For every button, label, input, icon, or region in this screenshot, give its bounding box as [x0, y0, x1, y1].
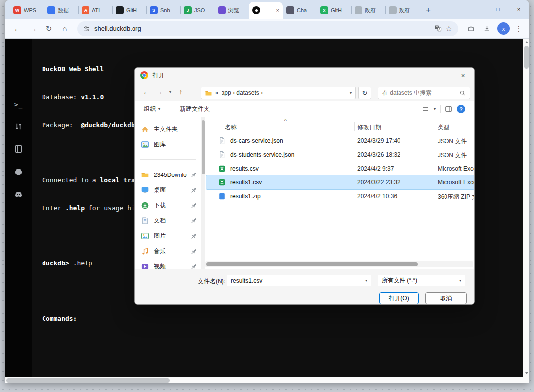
browser-tab[interactable]: × — [249, 2, 283, 19]
view-mode-icon[interactable] — [422, 105, 429, 113]
filename-input[interactable]: results1.csv ▾ — [227, 275, 371, 286]
sidebar-folder-item[interactable]: 桌面 — [135, 182, 201, 198]
dialog-titlebar[interactable]: 打开 — [135, 68, 474, 83]
browser-tab[interactable]: 数据 × — [44, 2, 78, 19]
column-divider[interactable] — [354, 122, 355, 131]
sidebar-folder-item[interactable]: 音乐 — [135, 244, 201, 259]
help-button[interactable]: ? — [457, 105, 465, 113]
new-folder-button[interactable]: 新建文件夹 — [180, 105, 210, 113]
sidebar-folder-item[interactable]: 下载 — [135, 198, 201, 213]
breadcrumb-chevron-icon[interactable]: ▾ — [350, 91, 352, 95]
sidebar-folder-item[interactable]: 图库 — [135, 137, 201, 152]
sidebar-folder-item[interactable]: 主文件夹 — [135, 122, 201, 137]
filetype-select[interactable]: 所有文件 (*.*) ▾ — [378, 275, 465, 286]
sort-ascending-icon[interactable]: ^ — [284, 118, 287, 124]
dialog-back-button[interactable]: ← — [140, 86, 153, 98]
open-button[interactable]: 打开(O) — [379, 292, 419, 304]
sidebar-scroll-thumb[interactable] — [202, 120, 205, 174]
dialog-up-button[interactable]: ↑ — [175, 86, 187, 98]
preview-pane-icon[interactable] — [445, 105, 452, 113]
file-row[interactable]: ds-cars-service.json 2024/3/29 17:40 JSO… — [206, 134, 474, 148]
column-divider[interactable] — [431, 122, 431, 131]
browser-tab[interactable]: GitH × — [112, 2, 146, 19]
dialog-close-button[interactable]: × — [452, 68, 474, 83]
extensions-icon[interactable] — [463, 21, 478, 36]
terminal-icon[interactable]: >_ — [14, 101, 23, 108]
browser-tab[interactable]: Cha × — [283, 2, 317, 19]
tab-favicon-icon: x — [320, 6, 328, 14]
file-row[interactable]: results1.zip 2024/4/2 10:36 360压缩 ZIP 文 — [206, 189, 474, 203]
reload-button[interactable]: ↻ — [42, 21, 56, 36]
file-row[interactable]: results.csv 2024/4/2 9:37 Microsoft Exce — [206, 162, 474, 175]
dialog-history-dropdown[interactable]: ▾ — [166, 86, 175, 98]
view-mode-caret-icon[interactable]: ▾ — [434, 107, 436, 111]
window-close-button[interactable]: × — [508, 0, 529, 19]
browser-tab[interactable]: 政府 × — [351, 2, 385, 19]
page-vertical-scrollbar[interactable] — [523, 39, 529, 377]
filename-value[interactable]: results1.csv — [231, 277, 365, 284]
translate-icon[interactable] — [434, 25, 442, 32]
cancel-button[interactable]: 取消 — [425, 292, 467, 304]
browser-tab[interactable]: 浏览 × — [215, 2, 249, 19]
page-horizontal-scrollbar[interactable] — [5, 377, 523, 383]
breadcrumb[interactable]: « app › datasets › ▾ — [201, 87, 356, 99]
docs-book-icon[interactable] — [14, 144, 23, 154]
address-bar[interactable]: shell.duckdb.org ☆ — [77, 21, 458, 36]
file-name[interactable]: results.csv — [230, 165, 259, 172]
discord-icon[interactable] — [14, 190, 23, 199]
file-name[interactable]: ds-students-service.json — [230, 151, 294, 158]
sidebar-folder-label: 文档 — [154, 217, 166, 225]
vertical-scroll-thumb[interactable] — [524, 46, 529, 69]
filetype-dropdown-icon[interactable]: ▾ — [459, 278, 461, 283]
browser-menu-icon[interactable]: ⋮ — [513, 24, 524, 33]
dialog-forward-button[interactable]: → — [153, 86, 166, 98]
file-name[interactable]: results1.zip — [230, 193, 261, 200]
sidebar-folder-item[interactable]: 视频 — [135, 259, 201, 269]
tab-favicon-icon — [286, 6, 294, 14]
browser-tab[interactable]: J JSO × — [180, 2, 215, 19]
bookmark-star-icon[interactable]: ☆ — [446, 24, 452, 33]
maximize-button[interactable]: □ — [488, 0, 508, 19]
back-button[interactable]: ← — [10, 21, 25, 36]
scroll-up-arrow-icon[interactable] — [525, 41, 528, 43]
scroll-down-arrow-icon[interactable] — [525, 372, 528, 374]
github-icon[interactable] — [14, 167, 23, 176]
file-row[interactable]: results1.csv 2024/3/22 23:32 Microsoft E… — [206, 175, 474, 189]
column-header-name[interactable]: 名称 — [225, 123, 237, 131]
dialog-search-box[interactable]: 在 datasets 中搜索 — [378, 87, 470, 99]
minimize-button[interactable]: — — [467, 0, 488, 19]
file-name[interactable]: results1.csv — [230, 179, 262, 186]
browser-tab[interactable]: 政府 × — [385, 2, 419, 19]
home-button[interactable]: ⌂ — [57, 21, 72, 36]
forward-button[interactable]: → — [26, 21, 41, 36]
profile-avatar[interactable]: x — [497, 22, 510, 35]
column-header-date[interactable]: 修改日期 — [357, 123, 381, 131]
horizontal-scroll-thumb[interactable] — [6, 378, 170, 383]
organize-menu[interactable]: 组织 ▾ — [144, 105, 160, 113]
browser-tab[interactable]: x GitH × — [317, 2, 351, 19]
sidebar-folder-item[interactable]: 文档 — [135, 213, 201, 228]
breadcrumb-collapsed[interactable]: « — [215, 89, 219, 96]
file-name[interactable]: ds-cars-service.json — [230, 137, 283, 144]
file-row[interactable]: ds-students-service.json 2024/3/26 18:32… — [206, 148, 474, 162]
pin-icon — [189, 171, 198, 179]
tab-close-icon[interactable]: × — [276, 7, 279, 13]
tune-icon[interactable] — [83, 25, 90, 32]
new-tab-button[interactable]: + — [421, 3, 435, 17]
browser-tab[interactable]: A ATL × — [78, 2, 112, 19]
downloads-icon[interactable] — [479, 21, 494, 36]
file-list-horizontal-scrollbar[interactable] — [205, 261, 473, 267]
breadcrumb-path[interactable]: app › datasets › — [222, 89, 263, 96]
sidebar-folder-item[interactable]: 2345Downlo — [135, 167, 201, 182]
filename-dropdown-icon[interactable]: ▾ — [365, 278, 367, 283]
browser-tab[interactable]: S Snb × — [146, 2, 180, 19]
dialog-refresh-button[interactable]: ↻ — [358, 87, 371, 99]
browser-tab[interactable]: W WPS × — [10, 2, 44, 19]
sync-arrows-icon[interactable] — [14, 122, 23, 131]
file-list-scroll-thumb[interactable] — [206, 262, 418, 266]
url-text[interactable]: shell.duckdb.org — [94, 25, 430, 32]
column-header-type[interactable]: 类型 — [438, 123, 449, 131]
duckdb-logo-icon[interactable] — [12, 46, 26, 60]
sidebar-scrollbar[interactable] — [201, 117, 205, 269]
sidebar-folder-item[interactable]: 图片 — [135, 228, 201, 244]
